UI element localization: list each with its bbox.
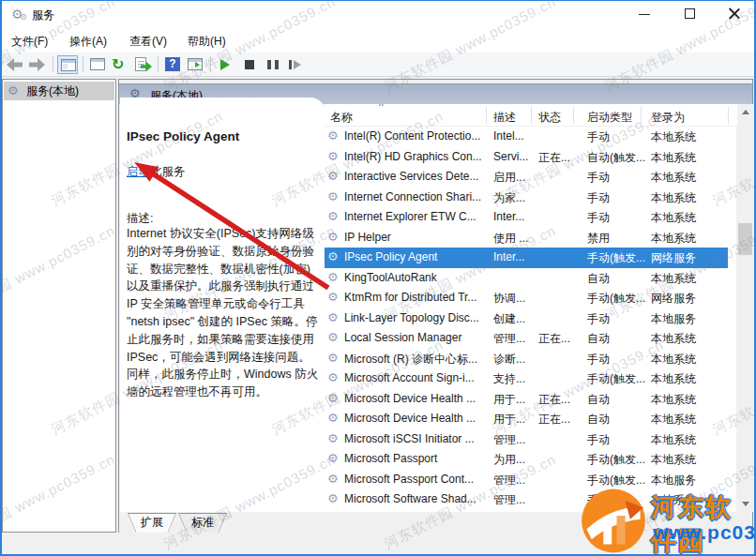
table-row[interactable]: ⚙KingToolAutoRank自动本地系统 <box>325 268 728 289</box>
table-row[interactable]: ⚙IPsec Policy AgentInter...手动(触发...网络服务 <box>325 248 728 268</box>
table-row[interactable]: ⚙Interactive Services Dete...启用...手动本地系统 <box>325 167 728 188</box>
cell-name: Microsoft Passport <box>344 452 485 465</box>
col-header-name[interactable]: 名称 <box>330 110 353 126</box>
restart-service-button[interactable] <box>284 55 305 74</box>
table-row[interactable]: ⚙Microsoft (R) 诊断中心标...诊断...手动本地系统 <box>325 349 728 369</box>
service-action-line: 启动此服务 <box>127 164 186 180</box>
col-header-description[interactable]: 描述 <box>493 110 516 126</box>
console-tree-panel: ⚙ 服务(本地) <box>2 79 116 533</box>
col-header-logon-as[interactable]: 登录为 <box>651 110 685 126</box>
cell-startup: 自动 <box>587 331 647 347</box>
service-gear-icon: ⚙ <box>327 330 339 344</box>
table-row[interactable]: ⚙Intel(R) Content Protectio...Intel...手动… <box>325 127 728 147</box>
col-header-startup-type[interactable]: 启动类型 <box>587 110 632 126</box>
show-console-tree-button[interactable] <box>57 55 78 74</box>
cell-logon: 本地系统 <box>651 452 726 468</box>
help-button[interactable]: ? <box>162 55 183 74</box>
menu-file[interactable]: 文件(F) <box>11 34 48 50</box>
stop-service-button[interactable] <box>239 55 260 74</box>
service-gear-icon: ⚙ <box>327 270 339 284</box>
cell-logon: 本地系统 <box>651 412 726 428</box>
cell-startup: 手动 <box>587 311 647 327</box>
menu-view[interactable]: 查看(V) <box>129 34 167 50</box>
play-icon <box>220 59 230 70</box>
service-gear-icon: ⚙ <box>327 230 339 244</box>
table-row[interactable]: ⚙Intel(R) HD Graphics Con...Servi...正在..… <box>325 147 728 168</box>
cell-startup: 手动 <box>587 190 647 206</box>
cell-name: Microsoft (R) 诊断中心标... <box>344 352 485 368</box>
service-gear-icon: ⚙ <box>327 411 339 425</box>
cell-name: IPsec Policy Agent <box>344 250 485 263</box>
scroll-down-button[interactable] <box>737 496 753 512</box>
table-row[interactable]: ⚙IP Helper使用 ...禁用本地系统 <box>325 228 728 248</box>
table-row[interactable]: ⚙Microsoft Device Health ...用于...正在...自动… <box>325 389 728 410</box>
cell-startup: 手动 <box>587 492 647 508</box>
table-row[interactable]: ⚙Microsoft Passport Cont...管理...手动(触发...… <box>325 470 728 490</box>
cell-name: Interactive Services Dete... <box>344 170 485 183</box>
cell-logon: 本地系统 <box>651 392 726 408</box>
tab-extended[interactable]: 扩展 <box>128 513 176 533</box>
start-service-link[interactable]: 启动 <box>127 165 150 178</box>
cell-logon: 本地系统 <box>651 331 726 347</box>
tab-standard[interactable]: 标准 <box>178 513 227 533</box>
table-row[interactable]: ⚙KtmRm for Distributed Tr...协调...手动(触发..… <box>325 288 728 308</box>
start-service-button[interactable] <box>216 55 236 74</box>
cell-desc: 协调... <box>493 291 535 307</box>
export-list-button[interactable] <box>132 55 153 74</box>
cell-logon: 本地系统 <box>651 170 726 186</box>
menu-action[interactable]: 操作(A) <box>69 34 107 50</box>
pause-service-button[interactable] <box>263 55 283 74</box>
column-divider[interactable] <box>573 107 574 124</box>
cell-desc: 用于... <box>493 412 535 428</box>
table-row[interactable]: ⚙Microsoft Device Health ...用于...正在...自动… <box>325 409 728 429</box>
toolbar: ↻ ? <box>0 53 756 77</box>
column-divider[interactable] <box>531 107 532 124</box>
cell-logon: 本地服务 <box>651 311 726 327</box>
table-row[interactable]: ⚙Link-Layer Topology Disc...创建...手动本地服务 <box>325 308 728 329</box>
cell-startup: 自动 <box>587 271 647 287</box>
cell-desc: 管理... <box>493 331 535 347</box>
column-divider[interactable] <box>486 107 487 124</box>
table-row[interactable]: ⚙Microsoft Passport为用...手动(触发...本地系统 <box>325 449 728 470</box>
properties-button[interactable] <box>87 55 108 74</box>
table-row[interactable]: ⚙Microsoft iSCSI Initiator ...管理...手动本地系… <box>325 429 728 450</box>
table-row[interactable]: ⚙Internet Explorer ETW C...Inter...手动本地系… <box>325 207 728 228</box>
back-button[interactable] <box>5 55 25 74</box>
cell-name: Microsoft Passport Cont... <box>344 473 485 486</box>
scroll-up-button[interactable] <box>737 104 753 120</box>
table-row[interactable]: ⚙Microsoft Account Sign-i...支持...手动(触发..… <box>325 368 728 389</box>
forward-button[interactable] <box>27 55 48 74</box>
tree-item-services-local[interactable]: ⚙ 服务(本地) <box>4 82 114 100</box>
cell-desc: 诊断... <box>493 352 535 368</box>
menu-help[interactable]: 帮助(H) <box>188 34 226 50</box>
cell-logon: 网络服务 <box>651 250 726 266</box>
cell-name: Microsoft iSCSI Initiator ... <box>344 432 485 445</box>
cell-desc: 使用 ... <box>493 231 535 247</box>
refresh-button[interactable]: ↻ <box>110 55 130 74</box>
cell-name: Internet Explorer ETW C... <box>344 210 485 223</box>
cell-desc: 管理... <box>493 432 535 448</box>
table-row[interactable]: ⚙Local Session Manager管理...正在...自动本地系统 <box>325 328 728 349</box>
column-divider[interactable] <box>641 107 642 124</box>
cell-desc: 管理... <box>493 473 535 488</box>
sort-ascending-icon: ^ <box>379 104 384 112</box>
cell-name: Link-Layer Topology Disc... <box>344 311 485 324</box>
cell-name: KtmRm for Distributed Tr... <box>344 291 485 304</box>
extended-view-button[interactable] <box>185 55 205 74</box>
minimize-button[interactable] <box>628 0 660 28</box>
column-divider[interactable] <box>728 107 729 124</box>
close-button[interactable] <box>718 0 750 28</box>
col-header-status[interactable]: 状态 <box>538 110 561 126</box>
cell-logon: 本地服务 <box>651 473 726 488</box>
service-gear-icon: ⚙ <box>327 169 339 183</box>
service-gear-icon: ⚙ <box>327 351 339 365</box>
action-suffix: 此服务 <box>150 165 186 178</box>
maximize-button[interactable] <box>674 0 706 28</box>
view-tabstrip: 扩展 标准 <box>119 512 752 533</box>
cell-name: Intel(R) HD Graphics Con... <box>344 150 485 163</box>
table-row[interactable]: ⚙Microsoft Software Shad...管理...手动本地系统 <box>325 489 728 510</box>
vertical-scrollbar[interactable] <box>737 104 753 512</box>
scrollbar-thumb[interactable] <box>738 223 752 255</box>
export-arrow-icon <box>141 62 152 71</box>
table-row[interactable]: ⚙Internet Connection Shari...为家...手动本地系统 <box>325 188 728 208</box>
